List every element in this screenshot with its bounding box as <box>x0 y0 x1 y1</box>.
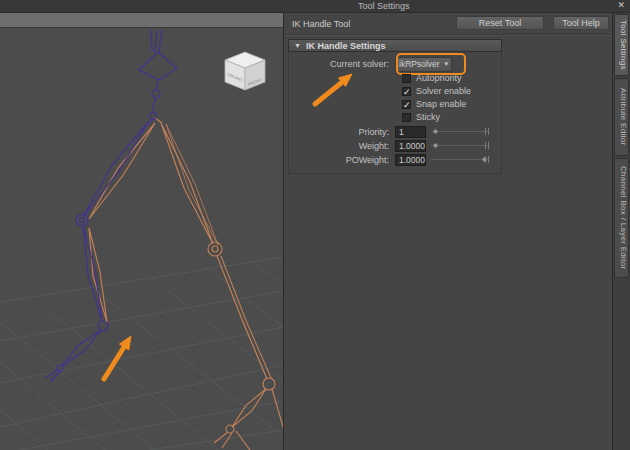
skeleton-orange-leg <box>89 118 283 450</box>
weight-field[interactable] <box>395 140 426 152</box>
close-icon[interactable]: ✕ <box>617 0 625 10</box>
priority-row: Priority: <box>289 125 501 138</box>
current-solver-label: Current solver: <box>289 59 395 69</box>
panel-header-row: IK Handle Tool Reset Tool Tool Help <box>284 16 612 33</box>
slider-track <box>431 131 489 132</box>
section-title: IK Handle Settings <box>306 41 386 51</box>
autopriority-checkbox[interactable] <box>402 74 411 83</box>
viewport-3d[interactable]: FRONT RIGHT <box>0 13 284 450</box>
snap-enable-row: ✓ Snap enable <box>289 98 501 110</box>
autopriority-label: Autopriority <box>416 73 462 83</box>
slider-handle[interactable] <box>433 129 438 134</box>
slider-track <box>431 159 489 160</box>
panel-title: Tool Settings <box>358 1 410 11</box>
slider-grip-icon <box>485 142 489 149</box>
current-solver-dropdown[interactable]: ikRPsolver ▾ <box>395 57 452 72</box>
tool-help-button[interactable]: Tool Help <box>553 16 609 30</box>
slider-grip-icon <box>485 156 489 163</box>
priority-field[interactable] <box>395 126 426 138</box>
maya-tool-settings-window: Tool Settings ✕ <box>0 0 630 450</box>
current-solver-value: ikRPsolver <box>399 59 444 69</box>
weight-label: Weight: <box>289 141 395 151</box>
tool-title: IK Handle Tool <box>292 19 350 29</box>
solver-enable-label: Solver enable <box>416 86 471 96</box>
poweight-label: POWeight: <box>289 155 395 165</box>
ik-handle-settings-header[interactable]: ▼ IK Handle Settings <box>288 39 502 52</box>
sticky-label: Sticky <box>416 112 440 122</box>
tab-tool-settings[interactable]: Tool Settings <box>614 14 629 76</box>
view-cube[interactable]: FRONT RIGHT <box>225 52 265 90</box>
solver-enable-checkbox[interactable]: ✓ <box>402 87 411 96</box>
poweight-field[interactable] <box>395 154 426 166</box>
weight-slider[interactable] <box>431 140 489 151</box>
poweight-row: POWeight: <box>289 153 501 166</box>
ground-grid <box>0 257 283 450</box>
priority-slider[interactable] <box>431 126 489 137</box>
slider-handle[interactable] <box>433 143 438 148</box>
ik-handle-settings-body: Current solver: ikRPsolver ▾ Autopriorit… <box>288 52 502 174</box>
priority-label: Priority: <box>289 127 395 137</box>
slider-track <box>431 145 489 146</box>
side-tab-strip: Tool Settings Attribute Editor Channel B… <box>612 13 630 450</box>
snap-enable-checkbox[interactable]: ✓ <box>402 100 411 109</box>
sticky-checkbox[interactable] <box>402 113 411 122</box>
sticky-row: Sticky <box>289 111 501 123</box>
panel-titlebar: Tool Settings ✕ <box>0 0 630 13</box>
snap-enable-label: Snap enable <box>416 99 467 109</box>
current-solver-row: Current solver: ikRPsolver ▾ <box>289 56 501 72</box>
autopriority-row: Autopriority <box>289 72 501 84</box>
collapse-triangle-icon[interactable]: ▼ <box>294 42 301 49</box>
header-divider <box>284 34 612 36</box>
solver-enable-row: ✓ Solver enable <box>289 85 501 97</box>
tab-channel-box-layer-editor[interactable]: Channel Box / Layer Editor <box>614 158 629 278</box>
reset-tool-button[interactable]: Reset Tool <box>456 16 544 30</box>
poweight-slider[interactable] <box>431 154 489 165</box>
slider-grip-icon <box>485 128 489 135</box>
weight-row: Weight: <box>289 139 501 152</box>
tab-attribute-editor[interactable]: Attribute Editor <box>614 78 629 156</box>
ik-handle-tool-panel: IK Handle Tool Reset Tool Tool Help ▼ IK… <box>284 13 612 450</box>
chevron-down-icon: ▾ <box>444 60 448 68</box>
viewport-scene: FRONT RIGHT <box>0 13 283 450</box>
